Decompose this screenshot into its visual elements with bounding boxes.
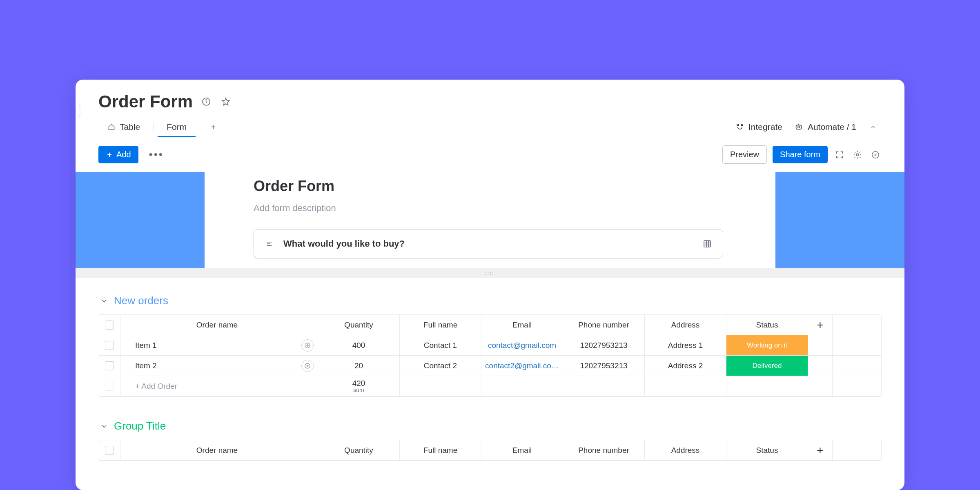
add-column-button[interactable]: + xyxy=(808,440,833,461)
cell-empty xyxy=(808,356,833,376)
cell-quantity[interactable]: 20 xyxy=(318,356,400,376)
cell-empty xyxy=(808,376,833,396)
svg-rect-6 xyxy=(796,125,802,129)
integrate-button[interactable]: Integrate xyxy=(735,122,782,132)
cell-order-name[interactable]: Item 2 xyxy=(120,356,318,376)
grid-icon[interactable] xyxy=(702,239,712,249)
cell-address[interactable]: Address 1 xyxy=(645,335,726,356)
form-question-card[interactable]: What would you like to buy? xyxy=(254,229,723,258)
tab-divider xyxy=(153,122,154,132)
group-header[interactable]: Group Title xyxy=(98,420,882,432)
col-quantity[interactable]: Quantity xyxy=(318,315,400,335)
svg-rect-17 xyxy=(704,241,710,247)
quantity-sum: 420 sum xyxy=(318,376,400,396)
form-title[interactable]: Order Form xyxy=(254,178,766,195)
table-header-row: Order name Quantity Full name Email Phon… xyxy=(98,315,881,335)
email-text: contact@gmail.com xyxy=(488,341,556,350)
col-phone[interactable]: Phone number xyxy=(563,440,645,461)
col-email[interactable]: Email xyxy=(481,315,563,335)
cell-full-name[interactable]: Contact 2 xyxy=(400,356,481,376)
spacer xyxy=(833,315,881,335)
form-banner-left xyxy=(76,172,205,268)
cell-empty xyxy=(726,376,808,396)
col-full-name[interactable]: Full name xyxy=(400,315,481,335)
row-checkbox[interactable] xyxy=(98,335,120,356)
spacer xyxy=(833,356,881,376)
cell-email[interactable]: contact@gmail.com xyxy=(481,335,563,356)
cell-phone[interactable]: 12027953213 xyxy=(563,356,645,376)
col-address[interactable]: Address xyxy=(645,315,726,335)
preview-button[interactable]: Preview xyxy=(722,145,767,164)
svg-point-7 xyxy=(797,127,798,127)
robot-icon xyxy=(794,122,804,131)
col-order-name[interactable]: Order name xyxy=(120,315,318,335)
svg-point-8 xyxy=(799,127,800,127)
table-row: Item 2 20 Contact 2 contact2@gmail.co… 1… xyxy=(98,356,881,376)
row-checkbox[interactable] xyxy=(98,356,120,376)
expand-row-icon[interactable] xyxy=(301,339,314,352)
cell-quantity[interactable]: 400 xyxy=(318,335,400,356)
question-text: What would you like to buy? xyxy=(283,238,712,249)
add-column-button[interactable]: + xyxy=(808,315,833,335)
cell-text: Item 2 xyxy=(135,361,157,370)
add-button[interactable]: Add xyxy=(98,146,138,163)
col-quantity[interactable]: Quantity xyxy=(318,440,400,461)
more-menu[interactable]: ••• xyxy=(146,147,167,163)
tab-form[interactable]: Form xyxy=(158,117,196,137)
group-title: Group Title Order name Quantity Full nam… xyxy=(98,420,882,461)
home-icon xyxy=(107,123,116,131)
loading-stub xyxy=(76,102,80,118)
collapse-caret[interactable] xyxy=(868,122,878,132)
group-new-orders: New orders Order name Quantity Full name… xyxy=(98,294,882,397)
cell-order-name[interactable]: Item 1 xyxy=(120,335,318,356)
cell-empty xyxy=(400,376,481,396)
svg-point-12 xyxy=(856,154,859,156)
share-form-button[interactable]: Share form xyxy=(773,146,828,163)
cell-address[interactable]: Address 2 xyxy=(645,356,726,376)
sum-value: 420 xyxy=(352,379,365,387)
expand-row-icon[interactable] xyxy=(301,360,314,372)
tab-table[interactable]: Table xyxy=(98,117,149,137)
add-tab-button[interactable]: + xyxy=(204,117,222,137)
add-item-label: + Add Order xyxy=(135,382,177,391)
cell-full-name[interactable]: Contact 1 xyxy=(400,335,481,356)
info-icon[interactable] xyxy=(200,96,212,108)
cell-phone[interactable]: 12027953213 xyxy=(563,335,645,356)
status-badge: Delivered xyxy=(726,356,808,376)
select-all-checkbox[interactable] xyxy=(98,440,120,461)
svg-point-4 xyxy=(737,124,739,126)
cell-status[interactable]: Delivered xyxy=(726,356,808,376)
email-text: contact2@gmail.co… xyxy=(485,361,559,370)
cell-status[interactable]: Working on it xyxy=(726,335,808,356)
col-full-name[interactable]: Full name xyxy=(400,440,481,461)
col-phone[interactable]: Phone number xyxy=(563,315,645,335)
group-header[interactable]: New orders xyxy=(98,294,882,307)
cell-empty xyxy=(808,335,833,356)
add-item-button[interactable]: + Add Order xyxy=(120,376,318,396)
settings-icon[interactable] xyxy=(851,149,864,161)
cell-email[interactable]: contact2@gmail.co… xyxy=(481,356,563,376)
col-status[interactable]: Status xyxy=(726,315,808,335)
integrate-label: Integrate xyxy=(748,122,782,132)
fullscreen-icon[interactable] xyxy=(833,149,846,161)
spacer xyxy=(833,376,881,396)
row-checkbox[interactable] xyxy=(98,376,120,396)
table-header-row: Order name Quantity Full name Email Phon… xyxy=(98,440,881,461)
col-order-name[interactable]: Order name xyxy=(120,440,318,461)
sum-label: sum xyxy=(353,387,364,393)
group-name: Group Title xyxy=(114,420,166,432)
text-icon xyxy=(265,240,274,248)
table-row: Item 1 400 Contact 1 contact@gmail.com 1… xyxy=(98,335,881,356)
col-status[interactable]: Status xyxy=(726,440,808,461)
col-email[interactable]: Email xyxy=(481,440,563,461)
activity-icon[interactable] xyxy=(869,149,882,161)
resize-handle[interactable]: :::: xyxy=(76,268,904,278)
app-window: Order Form Table Form + xyxy=(76,80,904,490)
form-description-placeholder[interactable]: Add form description xyxy=(254,203,766,214)
star-icon[interactable] xyxy=(220,96,232,108)
group-name: New orders xyxy=(114,294,168,307)
automate-button[interactable]: Automate / 1 xyxy=(794,122,856,132)
select-all-checkbox[interactable] xyxy=(98,315,120,335)
col-address[interactable]: Address xyxy=(645,440,726,461)
cell-empty xyxy=(481,376,563,396)
